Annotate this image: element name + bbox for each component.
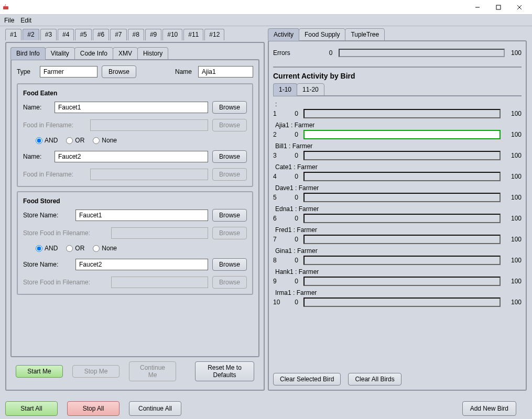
workspace-tab-8[interactable]: #8	[128, 29, 144, 40]
workspace-tab-2[interactable]: #2	[23, 29, 39, 40]
bird-tabs: Bird InfoVitalityCode InfoXMVHistory	[10, 47, 259, 60]
stored-radio-and[interactable]: AND	[36, 245, 58, 252]
name-label: Name	[175, 68, 194, 75]
workspace-tab-11[interactable]: #11	[183, 29, 203, 40]
bird-label: Bill1 : Farmer	[275, 142, 522, 150]
bird-tab-history[interactable]: History	[137, 47, 168, 60]
eaten-radio-or[interactable]: OR	[66, 137, 84, 144]
eaten-radio-and[interactable]: AND	[36, 137, 58, 144]
store-fif2-input	[111, 277, 208, 288]
bird-row-2: Ajia1 : Farmer20100	[273, 122, 522, 139]
bird-min: 0	[288, 278, 298, 285]
workspace-tab-4[interactable]: #4	[58, 29, 74, 40]
continue-me-button: Continue Me	[129, 361, 176, 381]
bird-bar	[303, 297, 501, 307]
bird-tab-bird-info[interactable]: Bird Info	[10, 47, 46, 60]
eaten-fif1-input	[90, 119, 208, 131]
food-eaten-section: Food Eaten Name: Browse Food in Filename…	[17, 83, 253, 187]
bird-bar	[303, 193, 501, 202]
workspace-tab-3[interactable]: #3	[40, 29, 57, 40]
stored-radio-row: AND OR None	[36, 245, 247, 252]
bird-bar	[303, 130, 501, 139]
menu-edit[interactable]: Edit	[20, 17, 31, 24]
bird-min: 0	[288, 110, 298, 117]
close-button[interactable]	[509, 0, 530, 15]
bird-label: Ajia1 : Farmer	[275, 122, 522, 129]
start-me-button[interactable]: Start Me	[16, 365, 63, 378]
eaten-name2-input[interactable]	[55, 151, 208, 162]
bird-row-3: Bill1 : Farmer30100	[273, 142, 522, 160]
type-input[interactable]	[40, 66, 97, 78]
minimize-button[interactable]	[467, 0, 488, 15]
bird-row-1: :10100	[273, 101, 522, 118]
right-tab-food-supply[interactable]: Food Supply	[299, 28, 345, 41]
bird-tab-vitality[interactable]: Vitality	[45, 47, 75, 60]
type-label: Type	[17, 68, 36, 75]
store-fif1-input	[111, 227, 208, 239]
bird-bar	[303, 214, 501, 223]
reset-me-button[interactable]: Reset Me to Defaults	[195, 361, 254, 381]
bird-label: Fred1 : Farmer	[275, 226, 522, 234]
eaten-name1-label: Name:	[23, 104, 50, 111]
workspace-tabs: #1#2#3#4#5#6#7#8#9#10#11#12	[5, 28, 265, 40]
bird-row-8: Gina1 : Farmer80100	[273, 247, 522, 265]
type-browse-button[interactable]: Browse	[102, 65, 136, 78]
workspace-tab-5[interactable]: #5	[75, 29, 91, 40]
stored-radio-or[interactable]: OR	[66, 245, 84, 252]
errors-bar	[339, 49, 505, 57]
svg-rect-0	[3, 6, 8, 9]
bird-tab-xmv[interactable]: XMV	[113, 47, 138, 60]
eaten-name2-browse[interactable]: Browse	[212, 150, 247, 163]
workspace-tab-1[interactable]: #1	[5, 29, 21, 40]
workspace-tab-6[interactable]: #6	[93, 29, 109, 40]
bird-label: Gina1 : Farmer	[275, 247, 522, 255]
store-name2-label: Store Name:	[23, 261, 71, 268]
add-new-bird-button[interactable]: Add New Bird	[462, 401, 516, 416]
right-tab-tupletree[interactable]: TupleTree	[345, 28, 385, 41]
bird-bar	[303, 172, 501, 181]
bird-label: Cate1 : Farmer	[275, 163, 522, 171]
food-stored-title: Food Stored	[23, 197, 247, 205]
java-icon	[2, 3, 10, 12]
eaten-fif1-browse: Browse	[212, 119, 247, 131]
bird-row-4: Cate1 : Farmer40100	[273, 163, 522, 181]
bird-max: 100	[506, 194, 522, 201]
bird-index: 8	[273, 257, 283, 264]
continue-all-button[interactable]: Continue All	[129, 401, 181, 416]
workspace-tab-9[interactable]: #9	[145, 29, 161, 40]
name-input[interactable]	[198, 66, 253, 78]
store-name1-browse[interactable]: Browse	[212, 209, 247, 222]
store-name2-input[interactable]	[75, 259, 208, 270]
page-tab-11-20[interactable]: 11-20	[297, 83, 324, 96]
bird-index: 9	[273, 278, 283, 285]
store-name2-browse[interactable]: Browse	[212, 258, 247, 271]
eaten-name1-input[interactable]	[55, 102, 208, 113]
workspace-tab-12[interactable]: #12	[204, 29, 224, 40]
bird-bar	[303, 109, 501, 118]
stored-radio-none[interactable]: None	[93, 245, 117, 252]
eaten-fif2-browse: Browse	[212, 168, 247, 181]
eaten-fif2-label: Food in Filename:	[23, 171, 86, 178]
workspace-tab-7[interactable]: #7	[110, 29, 126, 40]
store-name1-input[interactable]	[75, 210, 208, 221]
maximize-button[interactable]	[488, 0, 509, 15]
bird-min: 0	[288, 131, 298, 138]
bird-row-10: Irma1 : Farmer100100	[273, 289, 522, 307]
clear-all-birds-button[interactable]: Clear All Birds	[348, 373, 401, 385]
menu-file[interactable]: File	[4, 17, 14, 24]
bird-max: 100	[506, 278, 522, 285]
bird-tab-code-info[interactable]: Code Info	[74, 47, 113, 60]
workspace-tab-10[interactable]: #10	[162, 29, 182, 40]
eaten-name1-browse[interactable]: Browse	[212, 101, 247, 114]
bird-bar	[303, 235, 501, 244]
bird-index: 2	[273, 131, 283, 138]
page-tab-1-10[interactable]: 1-10	[273, 83, 297, 96]
errors-max: 100	[511, 49, 522, 57]
clear-selected-button[interactable]: Clear Selected Bird	[273, 373, 341, 385]
stop-all-button[interactable]: Stop All	[67, 401, 120, 416]
bird-index: 5	[273, 194, 283, 201]
start-all-button[interactable]: Start All	[5, 401, 58, 416]
bird-index: 6	[273, 215, 283, 222]
eaten-radio-none[interactable]: None	[93, 137, 117, 144]
right-tab-activity[interactable]: Activity	[268, 28, 299, 41]
